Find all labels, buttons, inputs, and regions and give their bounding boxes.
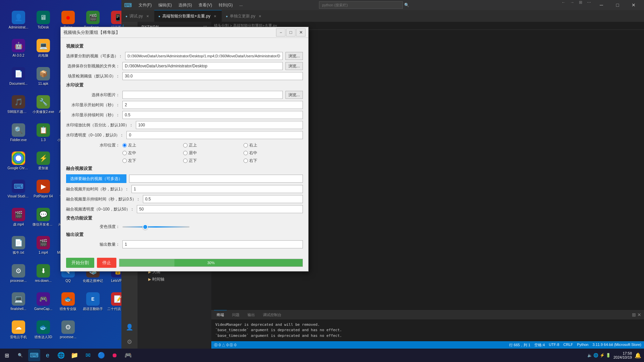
- desktop-icon-yiyu[interactable]: E 易语言翻助手: [81, 288, 105, 315]
- desktop-icon-598[interactable]: 🎵 598我不愿过这一切...: [7, 91, 30, 118]
- dialog-maximize-btn[interactable]: □: [286, 28, 296, 37]
- desktop-icon-gamecap[interactable]: 🎮 GameCap...: [32, 288, 55, 315]
- radio-center-mid[interactable]: 居中: [183, 150, 243, 156]
- desktop-icon-apk[interactable]: 📦 11.apk: [32, 63, 55, 90]
- color-slider-thumb[interactable]: [143, 224, 148, 230]
- desktop-icon-processe[interactable]: ⚙ processe...: [7, 260, 30, 287]
- radio-center-left-input[interactable]: [122, 151, 127, 155]
- taskbar-icon-vscode[interactable]: ⌨: [28, 349, 40, 361]
- start-split-btn[interactable]: 开始分割: [66, 258, 94, 268]
- desktop-icon-wechatdev[interactable]: 💬 微信开发者工具: [32, 204, 55, 231]
- radio-center-top-input[interactable]: [183, 143, 187, 147]
- menu-goto[interactable]: 转到(G): [217, 2, 234, 9]
- input-watermark-duration[interactable]: [122, 111, 303, 119]
- tab-update[interactable]: ● 单独立更新.py ✕: [222, 10, 267, 22]
- input-select-video[interactable]: [125, 52, 283, 60]
- desktop-icon-potplayer[interactable]: ▶ PotPlayer 64: [32, 176, 55, 202]
- desktop-icon-processe2[interactable]: ⚙ processe...: [56, 316, 80, 343]
- desktop-icon-13[interactable]: 📋 1.3: [32, 119, 55, 146]
- taskbar-icon-blue[interactable]: 🔵: [95, 349, 107, 361]
- radio-right-center[interactable]: 右中: [244, 150, 303, 156]
- sidebar-settings-btn[interactable]: ⚙: [123, 335, 136, 349]
- sidebar-accounts-btn[interactable]: 👤: [123, 320, 136, 334]
- desktop-icon-lieyu3d[interactable]: 🐟 猎鱼达人3D: [32, 316, 55, 343]
- desktop-icon-ai[interactable]: 🤖 AI-3.0.2: [7, 35, 30, 62]
- input-fusion-opacity[interactable]: [137, 205, 303, 213]
- menu-select[interactable]: 选择(S): [177, 2, 193, 9]
- panel-split-icon[interactable]: ⊞: [632, 312, 636, 317]
- taskbar-search-btn[interactable]: 🔍: [13, 349, 27, 362]
- desktop-icon-aijiasu[interactable]: ⚡ 爱加速: [32, 147, 55, 174]
- browse-watermark-btn[interactable]: 浏览...: [285, 91, 303, 99]
- tab-debug-close[interactable]: ✕: [145, 13, 150, 19]
- input-fusion-start[interactable]: [131, 185, 303, 193]
- radio-left-bottom[interactable]: 左下: [122, 158, 182, 164]
- desktop-icon-xump4[interactable]: 🎬 虚.mp4: [7, 204, 30, 231]
- select-fusion-video-btn[interactable]: 选择要融合的视频（可多选）: [66, 174, 126, 183]
- radio-right-center-input[interactable]: [244, 151, 248, 155]
- vscode-nav-back[interactable]: ←: [559, 0, 568, 10]
- radio-right-top[interactable]: 右上: [244, 142, 303, 148]
- desktop-icon-vscode[interactable]: ⌨ Visual Studio Code: [7, 176, 30, 202]
- taskbar-notification-icon[interactable]: 🔔: [635, 352, 641, 359]
- vscode-search-input[interactable]: [319, 1, 403, 9]
- input-fusion-video[interactable]: [129, 175, 303, 183]
- vscode-maximize-btn[interactable]: □: [610, 0, 625, 10]
- desktop-icon-thispc[interactable]: 💻 此电脑: [32, 35, 55, 62]
- taskbar-icon-edge[interactable]: e: [42, 349, 54, 361]
- vscode-close-btn[interactable]: ✕: [626, 0, 641, 10]
- panel-tab-problems[interactable]: 问题: [229, 310, 242, 319]
- input-output-count[interactable]: [122, 240, 303, 248]
- desktop-icon-document[interactable]: 📄 Document...: [7, 63, 30, 90]
- vscode-minimize-btn[interactable]: ─: [594, 0, 609, 10]
- desktop-icon-xiaolong[interactable]: 🔧 小美修复2.exe: [32, 91, 55, 118]
- radio-center-left[interactable]: 左中: [122, 150, 182, 156]
- dialog-close-btn[interactable]: ✕: [296, 28, 306, 37]
- vscode-more-actions[interactable]: ⋯: [585, 0, 593, 10]
- panel-close-icon[interactable]: ✕: [637, 312, 641, 317]
- desktop-icon-1mp4[interactable]: 🎬 1.mp4: [32, 232, 55, 259]
- radio-center-bottom-input[interactable]: [183, 159, 187, 163]
- radio-left-top-input[interactable]: [122, 143, 127, 147]
- menu-more[interactable]: ...: [238, 2, 244, 9]
- taskbar-icon-file[interactable]: 📁: [68, 349, 80, 361]
- vscode-nav-forward[interactable]: →: [568, 0, 576, 10]
- input-watermark-scale[interactable]: [136, 121, 303, 129]
- radio-center-top[interactable]: 正上: [183, 142, 243, 148]
- desktop-icon-leidian-cloud[interactable]: ☁ 雷电云手机: [7, 316, 30, 343]
- explorer-item-timeline[interactable]: ▶ 时间轴: [142, 276, 211, 283]
- desktop-icon-finalshell[interactable]: 💻 finalshell...: [7, 288, 30, 315]
- stop-btn[interactable]: 停止: [97, 258, 116, 268]
- radio-center-bottom[interactable]: 正下: [183, 158, 243, 164]
- radio-left-bottom-input[interactable]: [122, 159, 127, 163]
- input-save-folder[interactable]: [122, 62, 283, 70]
- tab-main-close[interactable]: ✕: [212, 13, 218, 19]
- dialog-minimize-btn[interactable]: －: [276, 28, 285, 37]
- input-watermark-img[interactable]: [122, 91, 283, 99]
- tab-debug[interactable]: ● 调试.py ✕: [121, 10, 154, 22]
- menu-edit[interactable]: 编辑(E): [157, 2, 173, 9]
- input-watermark-start[interactable]: [122, 101, 303, 109]
- browse-video-btn[interactable]: 浏览...: [285, 52, 303, 60]
- desktop-icon-todesk[interactable]: 🖥 ToDesk: [32, 7, 55, 34]
- tab-main[interactable]: ● 高端智能分割重组+去重.py ✕: [154, 10, 222, 22]
- browse-folder-btn[interactable]: 浏览...: [285, 62, 303, 70]
- radio-right-bottom-input[interactable]: [244, 159, 248, 163]
- menu-view[interactable]: 查看(V): [197, 2, 213, 9]
- taskbar-icon-discord[interactable]: 🎮: [122, 349, 134, 361]
- taskbar-icon-mail[interactable]: ✉: [82, 349, 94, 361]
- desktop-icon-fiddler[interactable]: 🔍 Fiddler.exe: [7, 119, 30, 146]
- radio-right-top-input[interactable]: [244, 143, 248, 147]
- menu-file[interactable]: 文件(F): [137, 2, 153, 9]
- radio-right-bottom[interactable]: 右下: [244, 158, 303, 164]
- radio-center-mid-input[interactable]: [183, 151, 187, 155]
- input-threshold[interactable]: [122, 72, 303, 80]
- desktop-icon-resdown[interactable]: ⬇ res-down...: [32, 260, 55, 287]
- taskbar-start-btn[interactable]: ⊞: [0, 349, 13, 362]
- tab-update-close[interactable]: ✕: [257, 13, 263, 19]
- vscode-split-editor[interactable]: ⊞: [577, 0, 584, 10]
- desktop-icon-chrome[interactable]: Google Chrome: [7, 147, 30, 174]
- radio-left-top[interactable]: 左上: [122, 142, 182, 148]
- desktop-icon-admin[interactable]: 👤 Administrat...: [7, 7, 30, 34]
- panel-tab-output[interactable]: 输出: [245, 310, 258, 319]
